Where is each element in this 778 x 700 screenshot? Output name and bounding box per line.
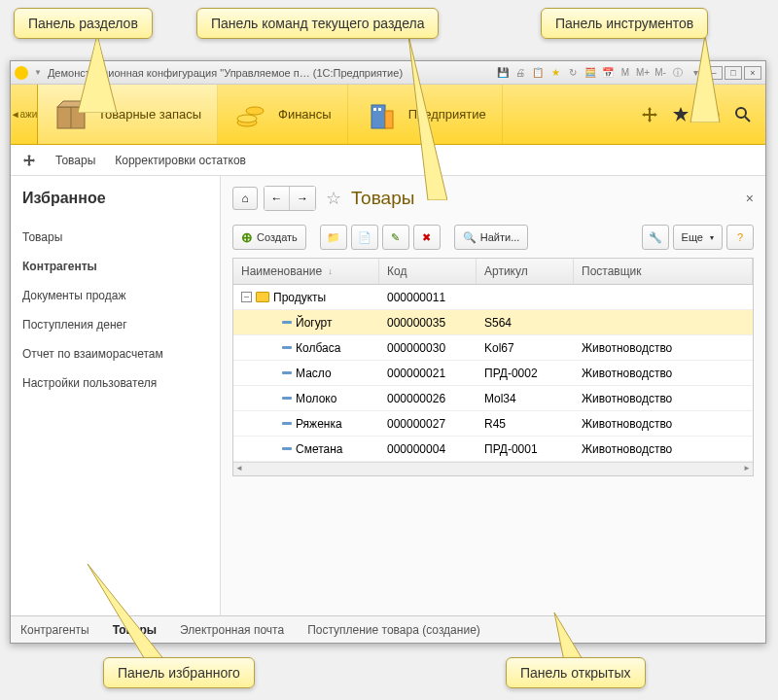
- edit-button[interactable]: ✎: [382, 225, 409, 250]
- cell-name: Йогурт: [296, 316, 332, 330]
- create-button[interactable]: ⊕Создать: [232, 225, 306, 250]
- calendar-icon[interactable]: 📅: [600, 65, 616, 81]
- cell-article: Mol34: [477, 388, 574, 409]
- folder-icon: [256, 292, 269, 302]
- table-row[interactable]: Сметана000000004ПРД-0001Животноводство: [233, 437, 753, 462]
- cell-code: 000000011: [379, 287, 477, 308]
- goods-table: Наименование↓ Код Артикул Поставщик –Про…: [232, 258, 754, 476]
- table-row[interactable]: Йогурт000000035S564: [233, 310, 753, 335]
- copy-icon[interactable]: 📋: [530, 65, 546, 81]
- favorites-panel: Избранное Товары Контрагенты Документы п…: [11, 176, 221, 615]
- help-button[interactable]: ?: [726, 225, 754, 250]
- svg-point-17: [736, 108, 746, 118]
- m-plus-icon[interactable]: M+: [635, 65, 651, 81]
- cell-supplier: Животноводство: [574, 337, 753, 359]
- back-button[interactable]: ←: [265, 187, 290, 210]
- item-icon: [282, 397, 292, 400]
- svg-marker-4: [88, 564, 165, 661]
- cell-supplier: Животноводство: [574, 438, 753, 460]
- search-icon[interactable]: [734, 106, 752, 123]
- save-icon[interactable]: 💾: [495, 65, 511, 81]
- callout-commands: Панель команд текущего раздела: [196, 8, 439, 39]
- cell-code: 000000004: [379, 438, 477, 460]
- cell-supplier: Животноводство: [574, 388, 753, 409]
- cell-supplier: [574, 319, 753, 327]
- cell-article: Kol67: [477, 337, 574, 359]
- history-icon[interactable]: ↻: [565, 65, 581, 81]
- cell-supplier: [574, 294, 753, 301]
- svg-marker-2: [408, 35, 447, 200]
- close-button[interactable]: ×: [744, 66, 761, 80]
- open-item[interactable]: Электронная почта: [180, 623, 284, 637]
- svg-line-18: [745, 117, 750, 122]
- forward-button[interactable]: →: [290, 187, 315, 210]
- table-row[interactable]: –Продукты000000011: [233, 285, 753, 310]
- settings-button[interactable]: 🔧: [642, 225, 669, 250]
- m-minus-icon[interactable]: M-: [653, 65, 668, 81]
- cell-code: 000000021: [379, 363, 477, 384]
- cell-name: Ряженка: [296, 417, 342, 431]
- table-header: Наименование↓ Код Артикул Поставщик: [233, 259, 753, 285]
- delete-button[interactable]: ✖: [413, 225, 441, 250]
- open-item[interactable]: Поступление товара (создание): [307, 623, 480, 637]
- cell-supplier: Животноводство: [574, 363, 753, 384]
- m-icon[interactable]: M: [618, 65, 633, 81]
- home-button[interactable]: ⌂: [232, 187, 258, 210]
- col-name[interactable]: Наименование↓: [233, 259, 379, 284]
- svg-point-11: [246, 107, 264, 115]
- command-item[interactable]: Корректировки остатков: [115, 154, 246, 167]
- fav-item[interactable]: Контрагенты: [22, 252, 208, 281]
- fav-item[interactable]: Товары: [22, 223, 208, 252]
- svg-rect-14: [373, 108, 376, 111]
- fav-star-icon[interactable]: ☆: [326, 188, 341, 209]
- cell-code: 000000026: [379, 388, 477, 409]
- item-icon: [282, 422, 292, 425]
- dropdown-icon[interactable]: ▼: [34, 68, 42, 77]
- find-button[interactable]: 🔍Найти...: [454, 225, 529, 250]
- move-small-icon[interactable]: [22, 154, 36, 167]
- cell-name: Продукты: [273, 291, 326, 304]
- table-row[interactable]: Колбаса000000030Kol67Животноводство: [233, 335, 753, 361]
- cell-code: 000000035: [379, 312, 477, 333]
- cell-name: Масло: [296, 367, 332, 380]
- cell-name: Колбаса: [296, 341, 340, 355]
- content-area: ⌂ ← → ☆ Товары × ⊕Создать 📁 📄 ✎ ✖ 🔍Найти…: [221, 176, 765, 615]
- sections-back[interactable]: ◄ ажи: [11, 85, 38, 144]
- cell-supplier: Животноводство: [574, 413, 753, 435]
- collapse-icon[interactable]: –: [241, 292, 252, 302]
- col-supplier[interactable]: Поставщик: [574, 259, 753, 284]
- cell-code: 000000027: [379, 413, 477, 435]
- close-content-button[interactable]: ×: [746, 191, 754, 206]
- section-finance[interactable]: Финансы: [218, 85, 348, 144]
- table-row[interactable]: Масло000000021ПРД-0002Животноводство: [233, 361, 753, 386]
- move-icon[interactable]: [641, 106, 658, 123]
- create-group-button[interactable]: 📁: [320, 225, 347, 250]
- copy-button[interactable]: 📄: [351, 225, 378, 250]
- table-row[interactable]: Ряженка000000027R45Животноводство: [233, 411, 753, 437]
- fav-item[interactable]: Поступления денег: [22, 310, 208, 339]
- item-icon: [282, 346, 292, 349]
- table-row[interactable]: Молоко000000026Mol34Животноводство: [233, 386, 753, 411]
- favorites-title: Избранное: [22, 190, 208, 207]
- cell-article: [477, 294, 574, 301]
- favorite-icon[interactable]: ★: [548, 65, 563, 81]
- callout-tools: Панель инструментов: [541, 8, 708, 39]
- callout-sections: Панель разделов: [14, 8, 153, 39]
- h-scrollbar[interactable]: [233, 462, 753, 475]
- cell-article: ПРД-0002: [477, 363, 574, 384]
- section-inventory[interactable]: Товарные запасы: [38, 85, 218, 144]
- content-toolbar: ⊕Создать 📁 📄 ✎ ✖ 🔍Найти... 🔧 Еще▾ ?: [232, 225, 754, 250]
- more-button[interactable]: Еще▾: [673, 225, 723, 250]
- col-article[interactable]: Артикул: [477, 259, 574, 284]
- col-code[interactable]: Код: [379, 259, 477, 284]
- fav-item[interactable]: Отчет по взаиморасчетам: [22, 339, 208, 368]
- print-icon[interactable]: 🖨: [513, 65, 528, 81]
- command-item[interactable]: Товары: [55, 154, 95, 167]
- fav-item[interactable]: Настройки пользователя: [22, 368, 208, 398]
- cell-name: Сметана: [296, 442, 343, 456]
- svg-marker-3: [690, 35, 720, 122]
- cell-article: ПРД-0001: [477, 438, 574, 460]
- calc-icon[interactable]: 🧮: [583, 65, 598, 81]
- fav-item[interactable]: Документы продаж: [22, 281, 208, 310]
- svg-marker-5: [554, 612, 584, 661]
